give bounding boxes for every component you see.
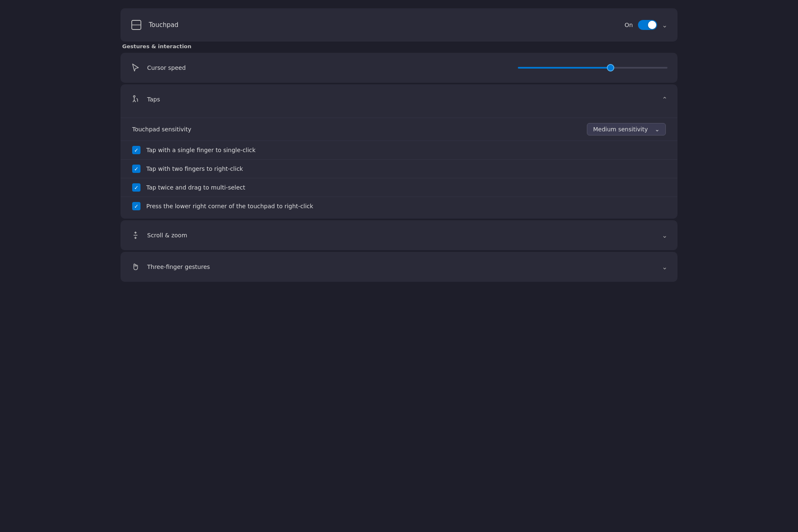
sensitivity-value: Medium sensitivity bbox=[593, 126, 648, 133]
toggle-label: On bbox=[625, 22, 633, 28]
cursor-speed-slider-container[interactable] bbox=[518, 67, 667, 69]
scroll-zoom-row[interactable]: Scroll & zoom ⌄ bbox=[121, 220, 677, 250]
cursor-speed-row: Cursor speed bbox=[121, 53, 677, 83]
checkmark-icon-3: ✓ bbox=[134, 203, 139, 209]
three-finger-left: Three-finger gestures bbox=[131, 262, 210, 272]
sensitivity-dropdown[interactable]: Medium sensitivity ⌄ bbox=[587, 123, 666, 135]
cursor-speed-label: Cursor speed bbox=[147, 64, 186, 71]
cursor-icon bbox=[131, 63, 140, 73]
touchpad-toggle[interactable] bbox=[638, 20, 657, 30]
taps-chevron-icon[interactable]: ⌃ bbox=[662, 96, 667, 103]
scroll-zoom-label: Scroll & zoom bbox=[147, 232, 187, 239]
taps-icon bbox=[131, 94, 140, 104]
sensitivity-dropdown-chevron-icon: ⌄ bbox=[655, 126, 660, 133]
taps-option-label-0: Tap with a single finger to single-click bbox=[146, 147, 256, 153]
page-container: Touchpad On ⌄ Gestures & interaction Cur… bbox=[121, 8, 677, 283]
slider-track[interactable] bbox=[518, 67, 667, 69]
taps-checkbox-1[interactable]: ✓ bbox=[132, 165, 140, 173]
taps-header[interactable]: Taps ⌃ bbox=[121, 84, 677, 114]
scroll-zoom-chevron-icon[interactable]: ⌄ bbox=[662, 232, 667, 239]
taps-label: Taps bbox=[147, 96, 160, 103]
scroll-zoom-left: Scroll & zoom bbox=[131, 230, 187, 240]
taps-checkbox-row-2: ✓ Tap twice and drag to multi-select bbox=[132, 183, 245, 192]
checkmark-icon-0: ✓ bbox=[134, 147, 139, 153]
taps-option-row-2: ✓ Tap twice and drag to multi-select bbox=[121, 178, 677, 197]
taps-checkbox-3[interactable]: ✓ bbox=[132, 202, 140, 210]
taps-checkbox-row-1: ✓ Tap with two fingers to right-click bbox=[132, 165, 243, 173]
scroll-zoom-card: Scroll & zoom ⌄ bbox=[121, 220, 677, 250]
touchpad-header-left: Touchpad bbox=[131, 19, 178, 31]
checkmark-icon-2: ✓ bbox=[134, 185, 139, 191]
svg-point-2 bbox=[133, 96, 135, 97]
toggle-thumb bbox=[648, 21, 656, 29]
three-finger-row[interactable]: Three-finger gestures ⌄ bbox=[121, 252, 677, 282]
taps-checkbox-2[interactable]: ✓ bbox=[132, 183, 140, 192]
sensitivity-row: Touchpad sensitivity Medium sensitivity … bbox=[121, 118, 677, 140]
taps-checkbox-row-3: ✓ Press the lower right corner of the to… bbox=[132, 202, 313, 210]
taps-card: Taps ⌃ Touchpad sensitivity Medium sensi… bbox=[121, 84, 677, 219]
three-finger-card: Three-finger gestures ⌄ bbox=[121, 252, 677, 282]
touchpad-header-card: Touchpad On ⌄ bbox=[121, 8, 677, 42]
taps-checkbox-0[interactable]: ✓ bbox=[132, 146, 140, 154]
sensitivity-label: Touchpad sensitivity bbox=[132, 126, 191, 133]
slider-fill bbox=[518, 67, 611, 69]
touchpad-header-right: On ⌄ bbox=[625, 20, 667, 30]
three-finger-icon bbox=[131, 262, 140, 272]
touchpad-title: Touchpad bbox=[149, 21, 178, 29]
taps-option-row-0: ✓ Tap with a single finger to single-cli… bbox=[121, 140, 677, 159]
cursor-speed-left: Cursor speed bbox=[131, 63, 186, 73]
section-heading: Gestures & interaction bbox=[121, 43, 677, 49]
taps-option-label-2: Tap twice and drag to multi-select bbox=[146, 184, 245, 191]
taps-header-left: Taps bbox=[131, 94, 160, 104]
taps-option-row-1: ✓ Tap with two fingers to right-click bbox=[121, 159, 677, 178]
header-chevron-icon[interactable]: ⌄ bbox=[662, 21, 667, 29]
cursor-speed-card: Cursor speed bbox=[121, 53, 677, 83]
touchpad-icon bbox=[131, 19, 142, 31]
scroll-zoom-icon bbox=[131, 230, 140, 240]
slider-thumb[interactable] bbox=[607, 64, 614, 71]
checkmark-icon-1: ✓ bbox=[134, 166, 139, 172]
taps-option-label-1: Tap with two fingers to right-click bbox=[146, 165, 243, 172]
taps-checkbox-row-0: ✓ Tap with a single finger to single-cli… bbox=[132, 146, 256, 154]
taps-option-row-3: ✓ Press the lower right corner of the to… bbox=[121, 197, 677, 215]
three-finger-chevron-icon[interactable]: ⌄ bbox=[662, 263, 667, 271]
taps-content: Touchpad sensitivity Medium sensitivity … bbox=[121, 114, 677, 219]
three-finger-label: Three-finger gestures bbox=[147, 264, 210, 270]
taps-option-label-3: Press the lower right corner of the touc… bbox=[146, 203, 313, 209]
